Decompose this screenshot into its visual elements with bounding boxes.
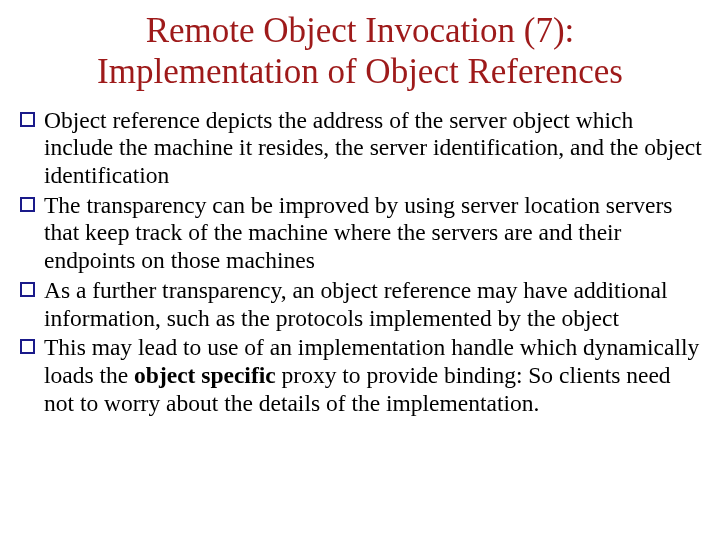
slide: Remote Object Invocation (7): Implementa… <box>0 0 720 540</box>
bullet-text-bold: object specific <box>134 362 276 388</box>
bullet-text: The transparency can be improved by usin… <box>44 192 672 273</box>
title-line-2: Implementation of Object References <box>97 52 623 91</box>
list-item: Object reference depicts the address of … <box>18 107 702 190</box>
title-line-1: Remote Object Invocation (7): <box>146 11 575 50</box>
slide-title: Remote Object Invocation (7): Implementa… <box>18 10 702 93</box>
list-item: This may lead to use of an implementatio… <box>18 334 702 417</box>
list-item: The transparency can be improved by usin… <box>18 192 702 275</box>
bullet-text: As a further transparency, an object ref… <box>44 277 668 331</box>
bullet-text: Object reference depicts the address of … <box>44 107 702 188</box>
bullet-list: Object reference depicts the address of … <box>18 107 702 418</box>
list-item: As a further transparency, an object ref… <box>18 277 702 332</box>
